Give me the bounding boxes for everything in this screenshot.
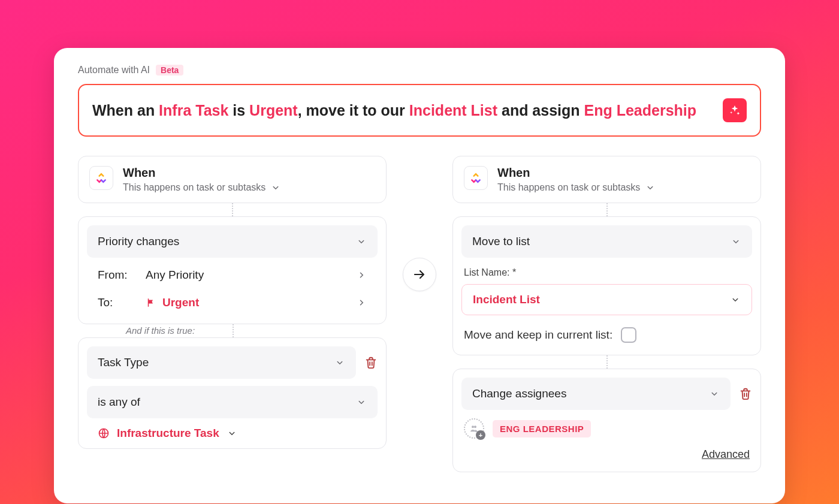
globe-icon [98, 427, 110, 439]
plus-icon: + [476, 430, 485, 440]
priority-to-row[interactable]: To: Urgent [87, 285, 378, 313]
trigger-event-card: Priority changes From: Any Priority To: … [78, 216, 387, 324]
ai-prompt-highlight: Urgent [249, 102, 298, 119]
priority-from-row[interactable]: From: Any Priority [87, 258, 378, 285]
chevron-right-icon [356, 297, 367, 308]
advanced-link[interactable]: Advanced [461, 448, 752, 461]
chevron-down-icon [356, 236, 367, 247]
trash-icon[interactable] [739, 387, 752, 400]
chevron-down-icon [645, 182, 656, 193]
ai-prompt-highlight: Eng Leadership [584, 102, 697, 119]
move-to-list-card: Move to list List Name: * Incident List … [452, 216, 761, 355]
trigger-when-card[interactable]: When This happens on task or subtasks [78, 156, 387, 203]
filter-field-label: Task Type [98, 356, 149, 369]
filter-field-select[interactable]: Task Type [87, 346, 356, 379]
arrow-right-icon [412, 267, 427, 282]
trigger-when-subtitle: This happens on task or subtasks [123, 182, 265, 193]
from-value: Any Priority [146, 268, 356, 282]
beta-badge: Beta [156, 65, 183, 76]
add-assignee-button[interactable]: + [464, 418, 484, 439]
from-label: From: [98, 268, 146, 282]
trigger-to-action-arrow [403, 258, 436, 291]
action-type-label: Move to list [472, 235, 530, 248]
and-if-label: And if this is true: [126, 325, 195, 336]
filter-operator-select[interactable]: is any of [87, 386, 378, 418]
ai-prompt-segment: When an [92, 102, 159, 119]
chevron-down-icon [731, 236, 741, 247]
chevron-down-icon [270, 182, 281, 193]
ai-prompt-highlight: Incident List [409, 102, 497, 119]
change-assignees-card: Change assignees + ENG LEADERSHIP Advanc… [452, 369, 761, 472]
ai-prompt-input[interactable]: When an Infra Task is Urgent, move it to… [78, 84, 761, 137]
ai-generate-button[interactable] [723, 98, 747, 122]
assignee-team-badge[interactable]: ENG LEADERSHIP [493, 420, 591, 437]
clickup-logo-chip [89, 166, 113, 190]
keep-in-list-checkbox[interactable] [621, 327, 636, 343]
trigger-column: When This happens on task or subtasks Pr… [78, 156, 387, 449]
ai-prompt-segment: , move it to our [298, 102, 409, 119]
trash-icon[interactable] [364, 356, 378, 369]
flag-icon [146, 297, 156, 308]
filter-value-select[interactable]: Infrastructure Task [87, 418, 378, 440]
automate-with-ai-text: Automate with AI [78, 65, 150, 76]
change-assignees-select[interactable]: Change assignees [461, 378, 731, 410]
automation-builder-panel: Automate with AI Beta When an Infra Task… [54, 48, 785, 503]
sparkle-icon [729, 104, 741, 116]
action-when-card[interactable]: When This happens on task or subtasks [452, 156, 761, 203]
action-when-title: When [497, 166, 656, 180]
filter-value-label: Infrastructure Task [117, 427, 219, 440]
keep-in-list-label: Move and keep in current list: [464, 328, 612, 342]
action-when-subtitle: This happens on task or subtasks [497, 182, 640, 193]
to-label: To: [98, 296, 146, 309]
ai-prompt-highlight: Infra Task [159, 102, 228, 119]
trigger-filter-card: Task Type is any of Infrastructure Task [78, 337, 387, 449]
to-value: Urgent [162, 296, 199, 309]
action-column: When This happens on task or subtasks Mo… [452, 156, 761, 472]
trigger-event-label: Priority changes [98, 235, 179, 248]
action-type-select[interactable]: Move to list [461, 225, 752, 258]
list-name-value: Incident List [473, 293, 540, 306]
list-name-select[interactable]: Incident List [461, 284, 752, 315]
ai-prompt-text: When an Infra Task is Urgent, move it to… [92, 102, 714, 119]
change-assignees-label: Change assignees [472, 387, 566, 400]
trigger-event-select[interactable]: Priority changes [87, 225, 378, 258]
chevron-down-icon [730, 294, 741, 305]
filter-operator-label: is any of [98, 396, 140, 409]
chevron-down-icon [709, 388, 720, 399]
ai-prompt-segment: is [228, 102, 249, 119]
clickup-logo-chip [464, 166, 488, 190]
chevron-down-icon [334, 357, 345, 368]
clickup-logo-icon [470, 172, 482, 184]
chevron-down-icon [356, 397, 367, 408]
clickup-logo-icon [95, 172, 107, 184]
list-name-label: List Name: * [464, 267, 750, 278]
chevron-right-icon [356, 270, 367, 280]
chevron-down-icon [227, 428, 237, 439]
ai-prompt-segment: and assign [497, 102, 584, 119]
automate-with-ai-label: Automate with AI Beta [78, 65, 761, 76]
trigger-when-title: When [123, 166, 281, 180]
